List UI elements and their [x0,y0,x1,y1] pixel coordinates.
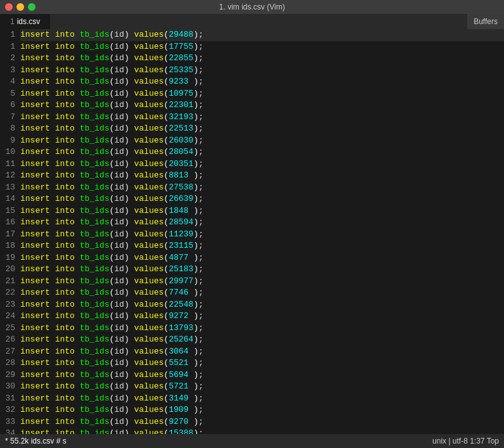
code-lines: insert into tb_ids(id) values(17755);ins… [20,41,504,435]
line-num: 18 [3,240,15,252]
code-line: insert into tb_ids(id) values(5721 ); [20,381,504,393]
line-num: 10 [3,146,15,158]
code-line: insert into tb_ids(id) values(20351); [20,158,504,170]
status-left: * 55.2k ids.csv # s [5,437,67,445]
code-line: insert into tb_ids(id) values(28594); [20,217,504,229]
cursor-line-num: 1 [3,29,15,41]
line-num: 7 [3,112,15,124]
line-num: 12 [3,170,15,182]
line-num: 1 [3,41,15,53]
line-num: 16 [3,217,15,229]
line-num: 4 [3,76,15,88]
window-controls [5,3,36,11]
line-num: 14 [3,193,15,205]
line-num: 22 [3,287,15,299]
code-line: insert into tb_ids(id) values(25335); [20,65,504,77]
code-line: insert into tb_ids(id) values(22855); [20,53,504,65]
code-line: insert into tb_ids(id) values(11239); [20,229,504,241]
code-line: insert into tb_ids(id) values(7746 ); [20,287,504,299]
code-content[interactable]: insert into tb_ids(id) values(29488); in… [20,29,504,434]
maximize-button[interactable] [28,3,36,11]
code-line: insert into tb_ids(id) values(26639); [20,193,504,205]
line-numbers: 1 const pdata = JSON.parse(document.getE… [0,29,20,434]
line-num: 28 [3,357,15,369]
code-line: insert into tb_ids(id) values(13793); [20,323,504,335]
code-line: insert into tb_ids(id) values(25264); [20,334,504,346]
minimize-button[interactable] [16,3,24,11]
line-num: 13 [3,182,15,194]
code-line: insert into tb_ids(id) values(27538); [20,182,504,194]
code-line: insert into tb_ids(id) values(10975); [20,88,504,100]
status-bar: * 55.2k ids.csv # s unix | utf-8 1:37 To… [0,434,504,448]
line-num: 17 [3,229,15,241]
code-line: insert into tb_ids(id) values(22513); [20,123,504,135]
active-tab[interactable]: 1 ids.csv [0,14,50,29]
line-num: 29 [3,369,15,381]
status-right: unix | utf-8 1:37 Top [432,437,499,445]
line-num: 30 [3,381,15,393]
code-line: insert into tb_ids(id) values(32193); [20,112,504,124]
code-line: insert into tb_ids(id) values(23115); [20,240,504,252]
line-num: 24 [3,310,15,323]
code-line: insert into tb_ids(id) values(15388); [20,428,504,434]
title-bar: 1. vim ids.csv (Vim) [0,0,504,14]
tab-bar: 1 ids.csv Buffers [0,14,504,29]
code-line: insert into tb_ids(id) values(5521 ); [20,357,504,369]
line-num: 6 [3,99,15,112]
line-num: 2 [3,53,15,65]
line-num: 33 [3,416,15,428]
line-num: 31 [3,393,15,405]
code-line: insert into tb_ids(id) values(28054); [20,146,504,158]
code-line: insert into tb_ids(id) values(3149 ); [20,393,504,405]
line-num: 3 [3,65,15,77]
editor: 1 const pdata = JSON.parse(document.getE… [0,29,504,434]
code-line: insert into tb_ids(id) values(29977); [20,276,504,288]
code-line: insert into tb_ids(id) values(26030); [20,135,504,147]
line-num: 26 [3,334,15,346]
code-line: insert into tb_ids(id) values(3064 ); [20,346,504,358]
line-num: 21 [3,276,15,288]
code-line: insert into tb_ids(id) values(1848 ); [20,205,504,217]
tab-number: 1 [10,17,15,26]
tab-label: ids.csv [17,17,41,26]
line-num: 20 [3,264,15,276]
code-line: insert into tb_ids(id) values(9270 ); [20,416,504,428]
window-title: 1. vim ids.csv (Vim) [219,3,285,11]
line-num: 9 [3,135,15,147]
line-num: 27 [3,346,15,358]
close-button[interactable] [5,3,13,11]
code-line: insert into tb_ids(id) values(5694 ); [20,369,504,381]
code-line: insert into tb_ids(id) values(22548); [20,299,504,311]
code-line: insert into tb_ids(id) values(1909 ); [20,404,504,416]
line-num: 32 [3,404,15,416]
buffers-button[interactable]: Buffers [467,14,504,29]
line-num: 23 [3,299,15,311]
code-line: insert into tb_ids(id) values(17755); [20,41,504,53]
line-num: 19 [3,252,15,264]
line-num: 11 [3,158,15,170]
line-num: 8 [3,123,15,135]
line-num: 25 [3,323,15,335]
code-line: insert into tb_ids(id) values(9272 ); [20,310,504,323]
code-line: insert into tb_ids(id) values(8813 ); [20,170,504,182]
code-line: insert into tb_ids(id) values(4877 ); [20,252,504,264]
code-line: insert into tb_ids(id) values(25183); [20,264,504,276]
line-num: 15 [3,205,15,217]
line-num: 34 [3,428,15,434]
code-line: insert into tb_ids(id) values(9233 ); [20,76,504,88]
code-line: insert into tb_ids(id) values(22301); [20,99,504,112]
cursor-line: insert into tb_ids(id) values(29488); [20,29,504,41]
line-num: 5 [3,88,15,100]
